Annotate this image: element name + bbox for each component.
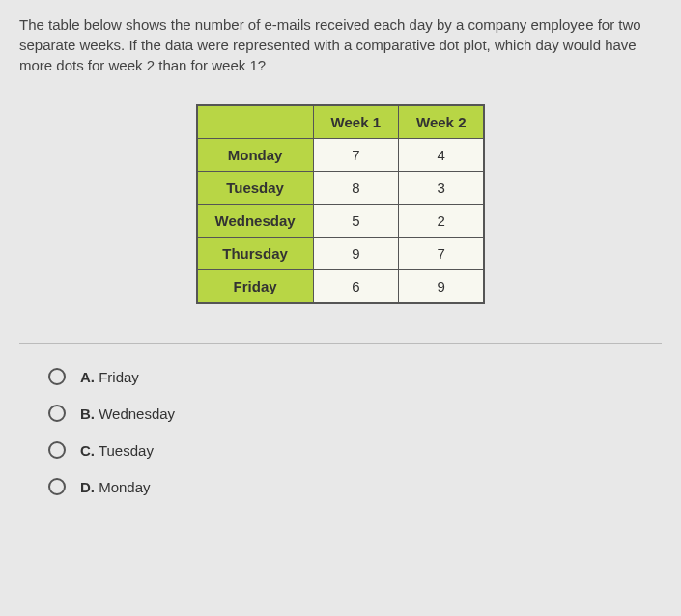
row-label: Wednesday — [197, 205, 314, 238]
data-cell: 3 — [399, 172, 485, 205]
option-text: Friday — [99, 369, 139, 385]
data-table: Week 1 Week 2 Monday 7 4 Tuesday 8 3 Wed… — [196, 104, 486, 304]
data-cell: 9 — [399, 270, 485, 304]
data-cell: 7 — [313, 139, 398, 172]
option-letter: C. — [80, 442, 95, 459]
option-letter: B. — [80, 406, 95, 422]
option-b[interactable]: B. Wednesday — [48, 405, 662, 422]
radio-icon — [48, 478, 66, 495]
table-row: Tuesday 8 3 — [197, 172, 485, 205]
radio-icon — [48, 405, 66, 422]
data-cell: 6 — [313, 270, 398, 304]
data-cell: 5 — [313, 205, 398, 238]
option-c[interactable]: C. Tuesday — [48, 441, 662, 459]
row-label: Monday — [197, 139, 314, 172]
divider — [19, 343, 662, 344]
data-cell: 4 — [399, 139, 485, 172]
table-row: Wednesday 5 2 — [197, 205, 485, 238]
table-row: Monday 7 4 — [197, 139, 485, 172]
option-text: Tuesday — [99, 442, 154, 459]
option-text: Monday — [99, 479, 150, 495]
data-table-wrap: Week 1 Week 2 Monday 7 4 Tuesday 8 3 Wed… — [19, 104, 662, 304]
question-text: The table below shows the number of e-ma… — [19, 14, 662, 75]
col-header-week1: Week 1 — [313, 105, 398, 139]
table-row: Friday 6 9 — [197, 270, 485, 304]
data-cell: 9 — [313, 238, 398, 270]
option-a[interactable]: A. Friday — [48, 368, 662, 385]
option-letter: D. — [80, 479, 95, 495]
table-corner-cell — [197, 105, 314, 139]
option-letter: A. — [80, 369, 95, 385]
radio-icon — [48, 441, 66, 459]
option-d[interactable]: D. Monday — [48, 478, 662, 495]
data-cell: 2 — [399, 205, 485, 238]
option-label: D. Monday — [80, 479, 151, 495]
data-cell: 8 — [313, 172, 398, 205]
table-header-row: Week 1 Week 2 — [197, 105, 485, 139]
options-group: A. Friday B. Wednesday C. Tuesday D. Mon… — [19, 368, 662, 495]
option-label: C. Tuesday — [80, 442, 154, 459]
row-label: Tuesday — [197, 172, 314, 205]
option-label: B. Wednesday — [80, 406, 175, 422]
radio-icon — [48, 368, 66, 385]
col-header-week2: Week 2 — [399, 105, 485, 139]
option-text: Wednesday — [99, 406, 175, 422]
data-cell: 7 — [399, 238, 485, 270]
option-label: A. Friday — [80, 369, 139, 385]
row-label: Thursday — [197, 238, 314, 270]
table-row: Thursday 9 7 — [197, 238, 485, 270]
row-label: Friday — [197, 270, 314, 304]
